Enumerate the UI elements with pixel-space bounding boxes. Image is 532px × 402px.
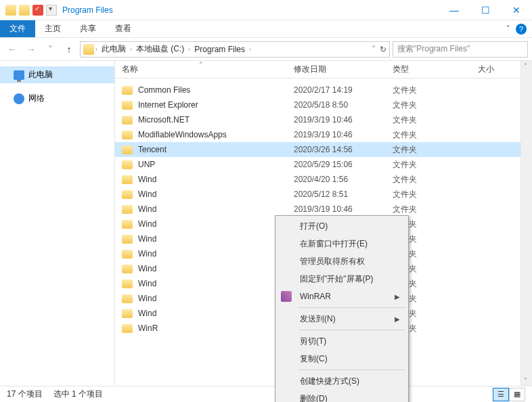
ribbon-home-tab[interactable]: 主页 <box>35 20 70 37</box>
file-type: 文件夹 <box>393 85 478 96</box>
ribbon-view-tab[interactable]: 查看 <box>106 20 141 37</box>
ribbon: 文件 主页 共享 查看 ˅ ? <box>0 20 532 38</box>
qat-properties-icon[interactable] <box>32 5 43 16</box>
folder-icon <box>122 280 133 288</box>
folder-icon <box>122 190 133 199</box>
file-row[interactable]: Microsoft.NET 2019/3/19 10:46 文件夹 <box>115 112 532 127</box>
breadcrumb: 此电脑 › 本地磁盘 (C:) › Program Files › <box>99 43 251 55</box>
col-header-type[interactable]: 类型 <box>393 64 478 75</box>
folder-icon <box>122 265 133 273</box>
file-date: 2020/5/29 15:06 <box>294 160 393 169</box>
col-header-date[interactable]: 修改日期 <box>294 64 393 75</box>
context-menu: 打开(O) 在新窗口中打开(E) 管理员取得所有权 固定到"开始"屏幕(P) W… <box>275 215 409 402</box>
status-selected: 选中 1 个项目 <box>53 388 103 400</box>
cm-separator <box>298 330 405 330</box>
file-name: WinR <box>138 323 294 333</box>
search-placeholder: 搜索"Program Files" <box>397 43 470 55</box>
file-name: Wind <box>138 279 294 288</box>
breadcrumb-seg-2[interactable]: Program Files <box>192 45 248 54</box>
maximize-button[interactable]: ☐ <box>470 0 501 20</box>
cm-winrar[interactable]: WinRAR ▶ <box>277 288 407 305</box>
cm-create-shortcut[interactable]: 创建快捷方式(S) <box>277 372 407 390</box>
file-name: Tencent <box>138 145 294 154</box>
status-count: 17 个项目 <box>7 388 43 400</box>
file-name: Wind <box>138 175 294 184</box>
folder-icon <box>122 86 133 95</box>
folder-icon <box>122 160 133 169</box>
sidebar: 此电脑 网络 <box>0 61 115 386</box>
file-row[interactable]: Wind 2019/3/19 10:46 文件夹 <box>115 202 532 217</box>
folder-icon <box>122 175 133 184</box>
navbar: ← → ˅ ↑ › 此电脑 › 本地磁盘 (C:) › Program File… <box>0 38 532 61</box>
file-row[interactable]: Wind 2020/5/12 8:51 文件夹 <box>115 187 532 202</box>
cm-copy[interactable]: 复制(C) <box>277 350 407 367</box>
file-name: UNP <box>138 160 294 169</box>
breadcrumb-sep[interactable]: › <box>249 46 251 53</box>
details-view-button[interactable]: ☰ <box>493 388 509 401</box>
file-name: Wind <box>138 264 294 273</box>
up-button[interactable]: ↑ <box>61 41 77 58</box>
address-bar[interactable]: › 此电脑 › 本地磁盘 (C:) › Program Files › ˅ ↻ <box>80 41 390 58</box>
cm-send-to[interactable]: 发送到(N) ▶ <box>277 310 407 328</box>
breadcrumb-sep[interactable]: › <box>188 46 190 53</box>
cm-delete[interactable]: 删除(D) <box>277 390 407 402</box>
vertical-scrollbar[interactable] <box>520 61 532 386</box>
content-area: ˄ 名称 修改日期 类型 大小 Common Files 2020/2/17 1… <box>115 61 532 386</box>
sidebar-item-this-pc[interactable]: 此电脑 <box>0 66 114 83</box>
ribbon-share-tab[interactable]: 共享 <box>70 20 106 37</box>
file-row[interactable]: Wind 2020/4/20 1:56 文件夹 <box>115 172 532 187</box>
file-row[interactable]: Common Files 2020/2/17 14:19 文件夹 <box>115 83 532 97</box>
refresh-icon[interactable]: ↻ <box>380 45 386 54</box>
back-button[interactable]: ← <box>4 41 20 58</box>
file-name: ModifiableWindowsApps <box>138 130 294 139</box>
recent-dropdown[interactable]: ˅ <box>42 41 58 58</box>
file-type: 文件夹 <box>393 204 478 215</box>
forward-button[interactable]: → <box>23 41 39 58</box>
address-folder-icon <box>83 44 94 55</box>
file-type: 文件夹 <box>393 174 478 185</box>
breadcrumb-sep[interactable]: › <box>95 46 97 53</box>
folder-icon <box>122 324 133 333</box>
file-date: 2019/3/19 10:46 <box>294 115 393 125</box>
app-icon <box>5 5 16 16</box>
breadcrumb-seg-1[interactable]: 本地磁盘 (C:) <box>133 43 187 55</box>
cm-open-new-window[interactable]: 在新窗口中打开(E) <box>277 235 407 252</box>
folder-icon <box>122 205 133 214</box>
file-date: 2019/3/19 10:46 <box>294 204 393 214</box>
window-title: Program Files <box>62 5 113 15</box>
file-row[interactable]: UNP 2020/5/29 15:06 文件夹 <box>115 157 532 172</box>
sidebar-label: 网络 <box>28 93 45 104</box>
search-input[interactable]: 搜索"Program Files" <box>393 41 528 58</box>
minimize-button[interactable]: — <box>439 0 470 20</box>
col-header-name[interactable]: 名称 <box>122 64 294 75</box>
breadcrumb-sep[interactable]: › <box>130 46 132 53</box>
winrar-icon <box>281 291 292 302</box>
sidebar-item-network[interactable]: 网络 <box>0 90 114 107</box>
icons-view-button[interactable]: ▦ <box>509 388 525 401</box>
file-row[interactable]: Internet Explorer 2020/5/18 8:50 文件夹 <box>115 97 532 112</box>
globe-icon <box>14 93 24 104</box>
file-row[interactable]: Tencent 2020/3/26 14:56 文件夹 <box>115 142 532 157</box>
file-type: 文件夹 <box>393 159 478 171</box>
file-name: Common Files <box>138 85 294 95</box>
breadcrumb-seg-0[interactable]: 此电脑 <box>99 43 129 55</box>
cm-cut[interactable]: 剪切(T) <box>277 332 407 350</box>
cm-pin-start[interactable]: 固定到"开始"屏幕(P) <box>277 270 407 288</box>
cm-take-ownership[interactable]: 管理员取得所有权 <box>277 252 407 270</box>
folder-icon <box>122 146 133 154</box>
submenu-arrow-icon: ▶ <box>395 293 400 300</box>
address-dropdown-icon[interactable]: ˅ <box>372 45 376 54</box>
ribbon-expand-icon[interactable]: ˅ <box>506 24 510 33</box>
help-icon[interactable]: ? <box>516 24 527 35</box>
file-name: Internet Explorer <box>138 100 294 110</box>
cm-open[interactable]: 打开(O) <box>277 217 407 235</box>
ribbon-file-tab[interactable]: 文件 <box>0 20 35 37</box>
file-date: 2019/3/19 10:46 <box>294 130 393 139</box>
file-name: Wind <box>138 204 294 214</box>
file-date: 2020/4/20 1:56 <box>294 175 393 184</box>
file-row[interactable]: ModifiableWindowsApps 2019/3/19 10:46 文件… <box>115 127 532 142</box>
file-type: 文件夹 <box>393 129 478 141</box>
folder-icon <box>122 116 133 125</box>
close-button[interactable]: ✕ <box>501 0 532 20</box>
qat-dropdown-icon[interactable] <box>46 5 57 16</box>
